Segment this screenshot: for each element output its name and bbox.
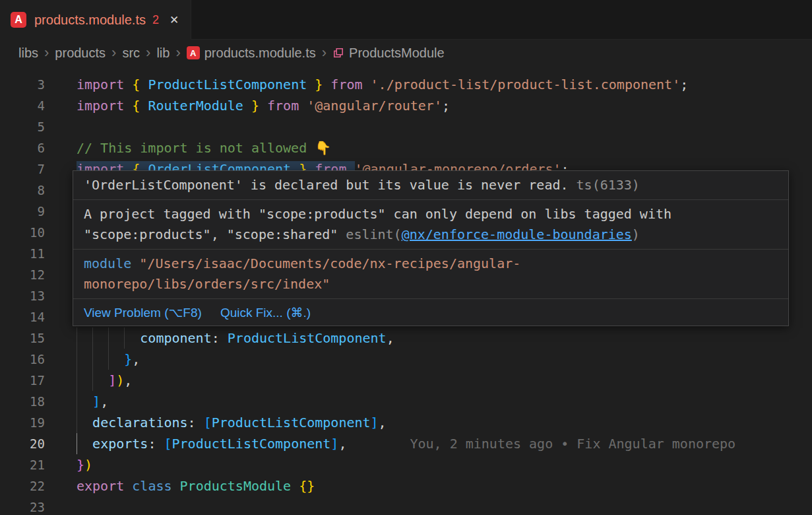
line-number[interactable]: 15 [0, 327, 45, 349]
breadcrumb-label: libs [18, 46, 38, 61]
tab-bar-filler [191, 0, 812, 40]
line-content[interactable]: export class ProductsModule {} [77, 475, 812, 497]
chevron-right-icon: › [111, 46, 116, 60]
breadcrumb-item-ProductsModule[interactable]: ProductsModule [332, 46, 445, 61]
indent-guide [77, 433, 77, 454]
line-number[interactable]: 16 [0, 349, 45, 370]
line-number[interactable]: 23 [0, 497, 45, 515]
quick-fix-action[interactable]: Quick Fix... (⌘.) [220, 302, 311, 323]
line-content[interactable]: component: ProductListComponent, [77, 327, 812, 349]
breadcrumb-item-libs[interactable]: libs [18, 46, 38, 61]
line-number[interactable]: 12 [0, 264, 45, 285]
breadcrumb-item-lib[interactable]: lib [156, 46, 170, 61]
indent-guide [92, 349, 93, 370]
indent-guide [77, 349, 77, 370]
line-content[interactable]: }) [77, 454, 812, 475]
line-content[interactable]: }, [77, 349, 812, 370]
code-line-3: 3import { ProductListComponent } from '.… [0, 74, 812, 95]
line-number[interactable]: 9 [0, 201, 45, 222]
chevron-right-icon: › [322, 46, 327, 60]
line-number[interactable]: 8 [0, 180, 45, 201]
code-line-4: 4import { RouterModule } from '@angular/… [0, 95, 812, 116]
code-line-6: 6// This import is not allowed 👇 [0, 137, 812, 158]
close-icon[interactable]: ✕ [170, 13, 179, 27]
breadcrumb: libs›products›src›lib›Aproducts.module.t… [0, 40, 812, 66]
code-line-18: 18 ], [0, 391, 812, 412]
line-number[interactable]: 22 [0, 475, 45, 497]
indent-guide [77, 412, 77, 433]
eslint-rule-link[interactable]: @nx/enforce-module-boundaries [402, 226, 632, 242]
line-number[interactable]: 18 [0, 391, 45, 412]
line-number[interactable]: 14 [0, 306, 45, 327]
code-line-22: 22export class ProductsModule {} [0, 475, 812, 497]
line-content[interactable]: // This import is not allowed 👇 [77, 137, 812, 158]
line-number[interactable]: 21 [0, 454, 45, 475]
code-line-17: 17 ]), [0, 370, 812, 391]
line-content[interactable] [77, 497, 812, 515]
breadcrumb-item-products.module.ts[interactable]: Aproducts.module.ts [187, 46, 316, 61]
module-keyword: module [84, 256, 131, 271]
diagnostic-hover-popup: 'OrderListComponent' is declared but its… [73, 170, 789, 326]
line-number[interactable]: 10 [0, 222, 45, 243]
chevron-right-icon: › [146, 46, 150, 60]
line-number[interactable]: 11 [0, 243, 45, 264]
git-blame-annotation: You, 2 minutes ago • Fix Angular monorep… [410, 436, 735, 452]
chevron-right-icon: › [44, 46, 49, 60]
indent-guide [124, 327, 125, 349]
eslint-source: eslint(@nx/enforce-module-boundaries) [346, 226, 640, 242]
line-number[interactable]: 6 [0, 137, 45, 158]
line-content[interactable] [77, 116, 812, 137]
eslint-source-suffix: ) [632, 226, 640, 242]
ts-diagnostic: 'OrderListComponent' is declared but its… [73, 171, 788, 200]
tab-filename: products.module.ts [34, 13, 146, 28]
line-number[interactable]: 7 [0, 158, 45, 180]
breadcrumb-label: products.module.ts [204, 46, 316, 61]
indent-guide [77, 370, 77, 391]
eslint-source-prefix: eslint( [346, 226, 401, 242]
breadcrumb-label: ProductsModule [349, 46, 445, 61]
indent-guide [92, 370, 93, 391]
line-number[interactable]: 17 [0, 370, 45, 391]
line-content[interactable]: declarations: [ProductListComponent], [77, 412, 812, 433]
hover-status-bar: View Problem (⌥F8) Quick Fix... (⌘.) [73, 299, 788, 326]
code-line-23: 23 [0, 497, 812, 515]
line-content[interactable]: ]), [77, 370, 812, 391]
code-line-16: 16 }, [0, 349, 812, 370]
code-line-21: 21}) [0, 454, 812, 475]
code-editor: 3import { ProductListComponent } from '.… [0, 66, 812, 515]
line-content[interactable]: ], [77, 391, 812, 412]
breadcrumb-label: src [122, 46, 140, 61]
code-line-19: 19 declarations: [ProductListComponent], [0, 412, 812, 433]
line-number[interactable]: 3 [0, 74, 45, 95]
line-content[interactable]: exports: [ProductListComponent],You, 2 m… [77, 433, 812, 454]
chevron-right-icon: › [175, 46, 180, 60]
line-content[interactable]: import { RouterModule } from '@angular/r… [77, 95, 812, 116]
breadcrumb-item-products[interactable]: products [55, 46, 106, 61]
module-info: module "/Users/isaac/Documents/code/nx-r… [73, 250, 788, 299]
line-number[interactable]: 5 [0, 116, 45, 137]
indent-guide [77, 327, 77, 349]
tab-problems-badge: 2 [152, 13, 159, 27]
code-line-20: 20 exports: [ProductListComponent],You, … [0, 433, 812, 454]
indent-guide [108, 327, 109, 349]
line-number[interactable]: 20 [0, 433, 45, 454]
line-number[interactable]: 13 [0, 285, 45, 306]
code-line-15: 15 component: ProductListComponent, [0, 327, 812, 349]
editor-tab[interactable]: A products.module.ts 2 ✕ [0, 0, 191, 40]
module-path: "/Users/isaac/Documents/code/nx-recipes/… [84, 256, 520, 292]
ts-diagnostic-code: ts(6133) [577, 177, 640, 193]
indent-guide [92, 327, 93, 349]
view-problem-action[interactable]: View Problem (⌥F8) [84, 302, 202, 323]
code-line-5: 5 [0, 116, 812, 137]
line-number[interactable]: 19 [0, 412, 45, 433]
breadcrumb-item-src[interactable]: src [122, 46, 140, 61]
indent-guide [77, 391, 77, 412]
line-content[interactable]: import { ProductListComponent } from './… [77, 74, 812, 95]
eslint-diagnostic: A project tagged with "scope:products" c… [73, 200, 788, 250]
indent-guide [108, 349, 109, 370]
breadcrumb-label: products [55, 46, 106, 61]
tab-bar: A products.module.ts 2 ✕ [0, 0, 812, 40]
ts-diagnostic-message: 'OrderListComponent' is declared but its… [84, 177, 569, 193]
angular-icon: A [11, 12, 26, 28]
line-number[interactable]: 4 [0, 95, 45, 116]
